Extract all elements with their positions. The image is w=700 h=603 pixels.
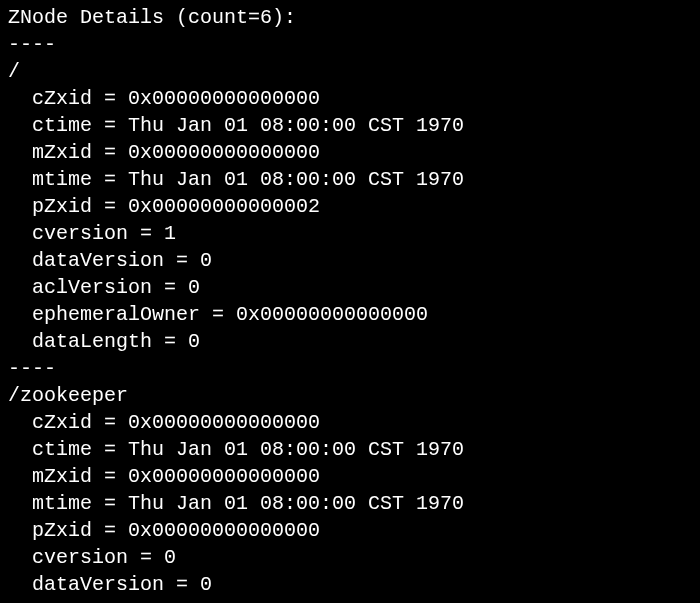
znode-prop: mtime = Thu Jan 01 08:00:00 CST 1970 <box>8 490 692 517</box>
prop-value: 0 <box>200 249 212 272</box>
prop-value: 0 <box>164 546 176 569</box>
znode-prop: ctime = Thu Jan 01 08:00:00 CST 1970 <box>8 436 692 463</box>
header-title-prefix: ZNode Details (count= <box>8 6 260 29</box>
prop-value: 0x00000000000002 <box>128 195 320 218</box>
prop-key: mZxid <box>32 465 92 488</box>
prop-key: ctime <box>32 438 92 461</box>
prop-key: pZxid <box>32 519 92 542</box>
header-line: ZNode Details (count=6): <box>8 4 692 31</box>
prop-value: 0x00000000000000 <box>128 141 320 164</box>
znode-prop: pZxid = 0x00000000000002 <box>8 193 692 220</box>
znode-prop: cZxid = 0x00000000000000 <box>8 85 692 112</box>
header-count: 6 <box>260 6 272 29</box>
znode-prop: mZxid = 0x00000000000000 <box>8 463 692 490</box>
prop-value: 0x00000000000000 <box>128 465 320 488</box>
prop-value: 0 <box>200 573 212 596</box>
prop-key: ctime <box>32 114 92 137</box>
header-title-suffix: ): <box>272 6 296 29</box>
znode-prop: cZxid = 0x00000000000000 <box>8 409 692 436</box>
znode-prop: mZxid = 0x00000000000000 <box>8 139 692 166</box>
prop-key: mtime <box>32 492 92 515</box>
prop-key: dataVersion <box>32 573 164 596</box>
znode-prop: dataVersion = 0 <box>8 571 692 598</box>
prop-key: mtime <box>32 168 92 191</box>
prop-value: 0 <box>188 276 200 299</box>
prop-value: 0 <box>188 330 200 353</box>
prop-value: Thu Jan 01 08:00:00 CST 1970 <box>128 438 464 461</box>
prop-key: cZxid <box>32 411 92 434</box>
prop-key: mZxid <box>32 141 92 164</box>
prop-key: cversion <box>32 546 128 569</box>
prop-key: aclVersion <box>32 276 152 299</box>
prop-value: 0x00000000000000 <box>236 303 428 326</box>
znode-path: /zookeeper <box>8 382 692 409</box>
prop-value: 0x00000000000000 <box>128 519 320 542</box>
separator: ---- <box>8 31 692 58</box>
znode-prop: cversion = 1 <box>8 220 692 247</box>
znode-prop: mtime = Thu Jan 01 08:00:00 CST 1970 <box>8 166 692 193</box>
separator: ---- <box>8 355 692 382</box>
prop-value: Thu Jan 01 08:00:00 CST 1970 <box>128 114 464 137</box>
znode-prop: pZxid = 0x00000000000000 <box>8 517 692 544</box>
znode-prop: ctime = Thu Jan 01 08:00:00 CST 1970 <box>8 112 692 139</box>
znode-prop: ephemeralOwner = 0x00000000000000 <box>8 301 692 328</box>
prop-key: cversion <box>32 222 128 245</box>
prop-value: Thu Jan 01 08:00:00 CST 1970 <box>128 492 464 515</box>
prop-key: dataVersion <box>32 249 164 272</box>
znode-prop: aclVersion = 0 <box>8 274 692 301</box>
prop-value: Thu Jan 01 08:00:00 CST 1970 <box>128 168 464 191</box>
znode-prop: dataVersion = 0 <box>8 247 692 274</box>
prop-key: pZxid <box>32 195 92 218</box>
znode-prop: cversion = 0 <box>8 544 692 571</box>
prop-key: ephemeralOwner <box>32 303 200 326</box>
znode-prop: dataLength = 0 <box>8 328 692 355</box>
prop-key: dataLength <box>32 330 152 353</box>
prop-key: cZxid <box>32 87 92 110</box>
znode-path: / <box>8 58 692 85</box>
prop-value: 0x00000000000000 <box>128 411 320 434</box>
prop-value: 1 <box>164 222 176 245</box>
prop-value: 0x00000000000000 <box>128 87 320 110</box>
